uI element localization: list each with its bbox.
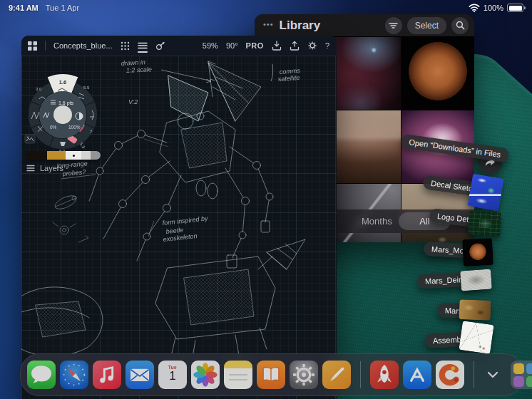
library-title: Library [280,19,321,33]
dock-collapse-chevron[interactable] [484,361,502,389]
concepts-toolbar: Concepts_blue... 59% 90° [21,36,337,56]
window-controls-menu[interactable]: ••• [263,20,274,28]
dock-mail-icon[interactable] [126,361,154,389]
settings-gear-icon[interactable] [307,41,317,51]
photo-martian-hills[interactable] [328,110,401,183]
photo-horsehead-nebula[interactable] [328,37,401,110]
svg-text:satellite: satellite [277,74,300,83]
svg-text:1:2 scale: 1:2 scale [126,66,153,74]
color-palette[interactable] [27,151,101,160]
color-puck[interactable] [53,105,72,124]
drag-thumb-mars-deimos[interactable] [460,269,492,291]
chevron-down-icon [487,371,498,378]
swatch-dark[interactable] [27,151,47,160]
status-time: 9:41 AM [9,4,39,12]
dock-photos-icon[interactable] [191,361,220,389]
drag-thumb-mars[interactable] [459,299,491,321]
stroke-size-label: 1.6 pts [58,100,74,106]
annotation-version: V:2 [128,98,138,105]
layers-button[interactable]: Layers [26,164,63,172]
svg-text:5.5: 5.5 [83,86,90,90]
import-icon[interactable] [272,41,282,51]
status-date: Tue 1 Apr [46,4,79,12]
wifi-icon [469,4,480,12]
dock-rocket-icon[interactable] [370,361,399,389]
dock-messages-icon[interactable] [27,361,56,389]
dock-settings-icon[interactable] [290,361,318,389]
dock-sketch-pen-icon[interactable] [322,361,351,389]
dock-concepts-icon[interactable] [436,361,464,389]
help-button[interactable]: ? [325,41,329,50]
concepts-app-window: Concepts_blue... 59% 90° [21,36,337,399]
battery-icon [507,4,523,12]
dock-notes-icon[interactable] [224,361,252,389]
swatch-lightgray[interactable] [81,151,91,160]
library-header: ••• Library Select [255,14,474,37]
layers-list-icon[interactable] [138,42,148,50]
swatch-gold[interactable] [47,151,66,160]
dock-divider [360,361,361,388]
dock-music-icon[interactable] [93,361,121,389]
dock-app-store-icon[interactable] [403,361,431,389]
svg-text:5.9: 5.9 [79,142,86,150]
opacity-max-label: 100% [68,125,81,130]
dock-calendar-icon[interactable]: Tue 1 [158,361,187,389]
drag-thumb-assembly[interactable] [459,321,493,354]
ipad-screen: 9:41 AM Tue 1 Apr 100% ••• Library [0,0,532,399]
dock-safari-icon[interactable] [60,361,88,389]
search-icon [456,21,465,30]
document-title[interactable]: Concepts_blue... [53,41,113,50]
battery-percent: 100% [484,4,503,12]
drag-thumb-decal-sketches[interactable] [467,174,503,212]
divider [45,41,46,51]
status-bar: 9:41 AM Tue 1 Apr 100% [0,0,532,16]
annotation-beetle: form inspired by [162,214,208,227]
opacity-min-label: 0% [50,125,57,130]
pro-badge[interactable]: PRO [246,41,264,50]
dock-books-icon[interactable] [257,361,285,389]
active-tool-size: 1.6 [59,79,66,86]
select-button[interactable]: Select [407,17,446,34]
list-lines-icon [389,22,398,29]
precision-grid-icon[interactable] [121,41,130,51]
layers-label: Layers [40,164,63,172]
pen-settings-icon[interactable] [155,41,165,51]
drag-thumb-mars-model[interactable] [462,238,493,266]
rotation-value[interactable]: 90° [226,41,238,50]
dock-app-library-icon[interactable] [511,361,532,389]
drag-thumb-logo-detail[interactable] [468,210,501,237]
view-options-button[interactable] [385,17,402,34]
image-import-icon[interactable] [25,135,35,143]
ring-size-label: 3.0 [36,87,42,91]
dock: Tue 1 [20,353,523,396]
hamburger-icon [26,165,35,172]
swatch-gray[interactable] [91,151,101,160]
zoom-level[interactable]: 59% [203,41,218,50]
photo-mars-globe[interactable] [401,37,474,110]
calendar-day: 1 [169,370,175,383]
drawing-canvas[interactable]: drawn in 1:2 scale comms satellite V:2 l… [21,56,337,399]
tab-months[interactable]: Months [362,216,392,227]
tool-wheel[interactable]: 1.6 3.0 5.5 7 5.9 6.9 [22,72,103,157]
search-button[interactable] [451,17,469,34]
swatch-white-selected[interactable] [66,151,81,160]
dock-divider [474,361,474,388]
gallery-grid-icon[interactable] [28,41,37,51]
export-icon[interactable] [290,41,300,51]
